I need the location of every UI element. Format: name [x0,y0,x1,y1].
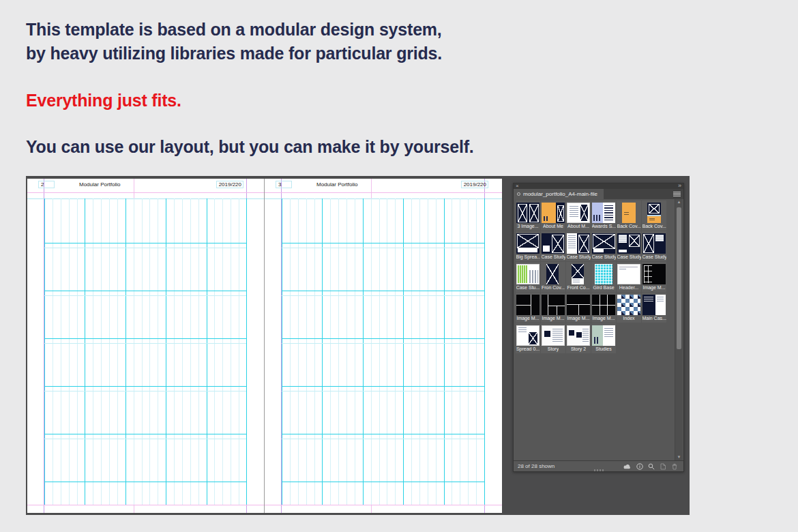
panel-status-bar: 28 of 28 shown [514,460,683,471]
library-item[interactable]: Studies [591,323,616,353]
library-item-label: Case Stu... [516,284,540,291]
library-item-label: About M... [567,223,589,229]
library-items: 3 Image...About MeAbout M...Awards S...B… [516,201,666,353]
library-item-label: Image M... [516,315,539,321]
library-item-label: Back Cov... [642,223,666,229]
document-page-left[interactable]: 2 Modular Portfolio 2019/220 [27,179,265,513]
library-item-thumbnail [567,325,590,346]
library-body: 3 Image...About MeAbout M...Awards S...B… [514,199,683,460]
page-number: 3 [276,181,292,188]
library-tab-icon [517,192,520,196]
library-item-thumbnail [567,202,590,223]
library-item-label: Image M... [642,284,665,291]
library-item-thumbnail [617,263,640,284]
new-item-icon[interactable] [660,463,666,470]
library-item-label: Index [623,315,634,321]
library-item-label: Story 2 [571,346,586,352]
library-item[interactable]: Image M... [516,293,540,323]
scroll-down-icon[interactable]: ▼ [675,454,683,460]
scrollbar[interactable]: ▲ ▼ [675,199,683,460]
layout-grid-guides [282,198,485,505]
library-item-label: Case Study [542,254,565,260]
cloud-sync-icon[interactable] [623,463,632,470]
item-count-label: 28 of 28 shown [518,463,623,469]
library-item[interactable]: Story 2 [566,323,591,353]
library-item-thumbnail [592,202,615,223]
library-item-label: Header... [619,284,638,291]
library-item-label: Case Study [592,254,616,260]
library-item-thumbnail [642,233,666,254]
panel-collapse-icon[interactable]: » [678,182,681,189]
panel-titlebar: × » [514,183,683,189]
library-item-thumbnail [642,294,666,315]
hero-highlight: Everything just fits. [26,89,181,113]
library-item-thumbnail [516,294,540,315]
library-item[interactable]: Header... [617,262,641,292]
page-title: Modular Portfolio [316,181,357,188]
panel-menu-icon[interactable] [673,191,681,197]
library-item[interactable]: About Me [541,201,565,231]
library-item-label: Gird Base [593,284,614,291]
page-header: 2 Modular Portfolio 2019/220 [27,181,264,189]
library-item[interactable]: Spread 0... [516,323,540,353]
library-item-thumbnail [592,325,615,346]
library-item[interactable]: Back Cov... [617,201,641,231]
library-item[interactable]: Case Study [566,231,591,261]
library-item[interactable]: Main Cas... [642,293,666,323]
library-panel: × » modular_portfolio_A4-main-file 3 Ima… [513,183,684,472]
delete-item-icon[interactable] [671,463,678,470]
library-item[interactable]: Image M... [591,293,616,323]
library-item-thumbnail [595,263,612,284]
library-item-label: Image M... [567,315,589,321]
library-item[interactable]: Case Study [617,231,641,261]
library-item-label: About Me [543,223,563,229]
library-item[interactable]: 3 Image... [516,201,540,231]
library-item[interactable]: Image M... [541,293,565,323]
document-spread: 2 Modular Portfolio 2019/220 3 Modular P… [27,179,502,513]
search-icon[interactable] [648,463,655,470]
library-item[interactable]: Story [541,323,565,353]
page-number: 2 [38,181,55,188]
library-item[interactable]: Index [617,293,641,323]
app-screenshot: 2 Modular Portfolio 2019/220 3 Modular P… [26,176,690,515]
page-year: 2019/220 [216,181,243,188]
library-item-thumbnail [622,202,636,223]
panel-close-icon[interactable]: × [516,183,519,189]
library-item[interactable]: Awards S... [591,201,616,231]
library-item-label: Fron Cov... [542,284,565,291]
library-item[interactable]: Gird Base [591,262,616,292]
scrollbar-thumb[interactable] [677,207,681,349]
info-icon[interactable] [636,463,643,470]
library-item-thumbnail [567,233,590,254]
scroll-up-icon[interactable]: ▲ [675,199,683,205]
library-tab[interactable]: modular_portfolio_A4-main-file [514,189,604,199]
library-item[interactable]: Case Study [591,231,616,261]
library-item-label: Main Cas... [642,315,666,321]
library-item-thumbnail [516,325,540,346]
library-item-thumbnail [617,294,640,315]
library-item[interactable]: Image M... [642,262,666,292]
page-header: 3 Modular Portfolio 2019/220 [265,181,502,189]
library-item[interactable]: Case Stu... [516,262,540,292]
library-item-thumbnail [567,263,590,284]
library-item[interactable]: About M... [566,201,591,231]
library-item[interactable]: Case Study [541,231,565,261]
library-item-thumbnail [516,202,540,223]
document-page-right[interactable]: 3 Modular Portfolio 2019/220 [265,179,502,513]
hero-subline: You can use our layout, but you can make… [26,135,474,159]
library-item-thumbnail [542,202,565,223]
library-item-label: Image M... [542,315,564,321]
library-item-label: Case Study [617,254,641,260]
library-item-thumbnail [647,202,661,223]
library-item-thumbnail [542,325,565,346]
panel-tabbar: modular_portfolio_A4-main-file [514,189,683,199]
library-item-label: 3 Image... [517,223,538,229]
library-item[interactable]: Image M... [566,293,591,323]
library-item[interactable]: Front Co... [566,262,591,292]
library-item-label: Big Sprea... [516,254,540,260]
library-item[interactable]: Case Study [642,231,666,261]
library-item[interactable]: Fron Cov... [541,262,565,292]
library-item[interactable]: Big Sprea... [516,231,540,261]
library-item[interactable]: Back Cov... [642,201,666,231]
library-item-thumbnail [516,263,540,284]
